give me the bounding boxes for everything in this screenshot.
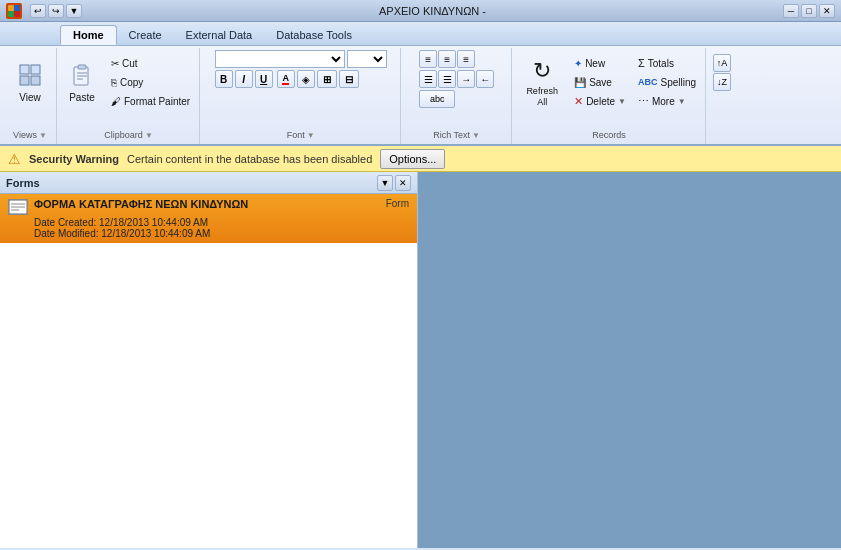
font-controls: B I U A ◈ ⊞ ⊟ bbox=[215, 50, 387, 88]
table-button[interactable]: ⊞ bbox=[317, 70, 337, 88]
nav-panel-title: Forms bbox=[6, 177, 40, 189]
more-dropdown-icon: ▼ bbox=[678, 97, 686, 106]
app-icon bbox=[6, 3, 22, 19]
window-title: ΑΡΧΕΙΟ ΚΙΝΔΥΝΩΝ - bbox=[379, 5, 486, 17]
view-icon bbox=[18, 63, 42, 90]
underline-button[interactable]: U bbox=[255, 70, 273, 88]
qa-dropdown[interactable]: ▼ bbox=[66, 4, 82, 18]
svg-rect-9 bbox=[78, 65, 86, 69]
security-warning-title: Security Warning bbox=[29, 153, 119, 165]
security-options-button[interactable]: Options... bbox=[380, 149, 445, 169]
nav-form-item[interactable]: ΦΟΡΜΑ ΚΑΤΑΓΡΑΦΗΣ ΝΕΩΝ ΚΙΝΔΥΝΩΝ Form Date… bbox=[0, 194, 417, 243]
svg-rect-2 bbox=[8, 11, 14, 17]
abc-button[interactable]: abc bbox=[419, 90, 455, 108]
views-expand-icon[interactable]: ▼ bbox=[39, 131, 47, 140]
svg-rect-6 bbox=[20, 76, 29, 85]
ribbon-group-font: B I U A ◈ ⊞ ⊟ Font ▼ bbox=[201, 48, 401, 144]
refresh-all-button[interactable]: ↻ RefreshAll bbox=[517, 50, 567, 116]
paste-button[interactable]: Paste bbox=[62, 50, 102, 116]
outdent-button[interactable]: ← bbox=[476, 70, 494, 88]
nav-dropdown-button[interactable]: ▼ bbox=[377, 175, 393, 191]
cut-button[interactable]: ✂ Cut bbox=[106, 54, 195, 72]
form-item-dates: Date Created: 12/18/2013 10:44:09 AM Dat… bbox=[8, 217, 409, 239]
new-record-icon: ✦ bbox=[574, 58, 582, 69]
views-group-label: Views ▼ bbox=[13, 130, 47, 142]
svg-rect-4 bbox=[20, 65, 29, 74]
refresh-label: RefreshAll bbox=[526, 86, 558, 108]
more-button[interactable]: ⋯ More ▼ bbox=[633, 92, 701, 110]
bullets-button[interactable]: ☰ bbox=[419, 70, 437, 88]
refresh-icon: ↻ bbox=[533, 58, 551, 84]
title-bar-left: ↩ ↪ ▼ bbox=[6, 3, 82, 19]
nav-panel-header: Forms ▼ ✕ bbox=[0, 172, 417, 194]
sort-asc-button[interactable]: ↑A bbox=[713, 54, 731, 72]
tab-database-tools[interactable]: Database Tools bbox=[264, 25, 364, 45]
numbering-button[interactable]: ☰ bbox=[438, 70, 456, 88]
nav-item-header: ΦΟΡΜΑ ΚΑΤΑΓΡΑΦΗΣ ΝΕΩΝ ΚΙΝΔΥΝΩΝ Form bbox=[8, 198, 409, 215]
content-area bbox=[418, 172, 841, 548]
form-item-name: ΦΟΡΜΑ ΚΑΤΑΓΡΑΦΗΣ ΝΕΩΝ ΚΙΝΔΥΝΩΝ bbox=[34, 198, 380, 210]
paragraph-controls: ≡ ≡ ≡ ☰ ☰ → ← abc bbox=[419, 50, 494, 108]
minimize-button[interactable]: ─ bbox=[783, 4, 799, 18]
font-family-select[interactable] bbox=[215, 50, 345, 68]
clipboard-small-buttons: ✂ Cut ⎘ Copy 🖌 Format Painter bbox=[106, 50, 195, 110]
align-right-button[interactable]: ≡ bbox=[457, 50, 475, 68]
security-warning-message: Certain content in the database has been… bbox=[127, 153, 372, 165]
font-group-label: Font ▼ bbox=[287, 130, 315, 142]
font-expand-icon[interactable]: ▼ bbox=[307, 131, 315, 140]
records-small-buttons: ✦ New 💾 Save ✕ Delete ▼ bbox=[569, 50, 631, 110]
new-record-button[interactable]: ✦ New bbox=[569, 54, 631, 72]
tab-home[interactable]: Home bbox=[60, 25, 117, 45]
bold-button[interactable]: B bbox=[215, 70, 233, 88]
clipboard-group-label: Clipboard ▼ bbox=[104, 130, 152, 142]
rich-text-expand-icon[interactable]: ▼ bbox=[472, 131, 480, 140]
nav-close-button[interactable]: ✕ bbox=[395, 175, 411, 191]
sort-desc-button[interactable]: ↓Z bbox=[713, 73, 731, 91]
view-button[interactable]: View bbox=[8, 50, 52, 116]
form-date-modified: Date Modified: 12/18/2013 10:44:09 AM bbox=[34, 228, 409, 239]
font-size-select[interactable] bbox=[347, 50, 387, 68]
main-area: Forms ▼ ✕ ΦΟΡΜΑ ΚΑΤΑΓΡΑΦΗΣ ΝΕΩΝ ΚΙΝΔΥΝΩΝ bbox=[0, 172, 841, 548]
indent-button[interactable]: → bbox=[457, 70, 475, 88]
totals-button[interactable]: Σ Totals bbox=[633, 54, 701, 72]
sort-buttons: ↑A ↓Z bbox=[713, 50, 731, 91]
clipboard-expand-icon[interactable]: ▼ bbox=[145, 131, 153, 140]
svg-rect-1 bbox=[14, 5, 20, 11]
delete-record-button[interactable]: ✕ Delete ▼ bbox=[569, 92, 631, 110]
security-warning-bar: ⚠ Security Warning Certain content in th… bbox=[0, 146, 841, 172]
ribbon: View Views ▼ Paste bbox=[0, 46, 841, 146]
delete-dropdown-icon: ▼ bbox=[618, 97, 626, 106]
save-record-button[interactable]: 💾 Save bbox=[569, 73, 631, 91]
ribbon-group-rich-text: ≡ ≡ ≡ ☰ ☰ → ← abc Rich Text ▼ bbox=[402, 48, 512, 144]
copy-button[interactable]: ⎘ Copy bbox=[106, 73, 195, 91]
format-painter-button[interactable]: 🖌 Format Painter bbox=[106, 92, 195, 110]
ribbon-group-records: ↻ RefreshAll ✦ New 💾 Save ✕ Delete ▼ bbox=[513, 48, 706, 144]
italic-button[interactable]: I bbox=[235, 70, 253, 88]
align-left-button[interactable]: ≡ bbox=[419, 50, 437, 68]
tab-external-data[interactable]: External Data bbox=[174, 25, 265, 45]
highlight-icon: ◈ bbox=[302, 74, 310, 85]
delete-icon: ✕ bbox=[574, 95, 583, 108]
totals-buttons: Σ Totals ABC Spelling ⋯ More ▼ bbox=[633, 50, 701, 110]
paste-icon bbox=[71, 63, 93, 90]
tab-create[interactable]: Create bbox=[117, 25, 174, 45]
align-center-button[interactable]: ≡ bbox=[438, 50, 456, 68]
svg-rect-3 bbox=[14, 11, 20, 17]
undo-button[interactable]: ↩ bbox=[30, 4, 46, 18]
title-bar: ↩ ↪ ▼ ΑΡΧΕΙΟ ΚΙΝΔΥΝΩΝ - ─ □ ✕ bbox=[0, 0, 841, 22]
totals-icon: Σ bbox=[638, 57, 645, 69]
svg-rect-7 bbox=[31, 76, 40, 85]
svg-rect-0 bbox=[8, 5, 14, 11]
maximize-button[interactable]: □ bbox=[801, 4, 817, 18]
highlight-button[interactable]: ◈ bbox=[297, 70, 315, 88]
ribbon-group-clipboard: Paste ✂ Cut ⎘ Copy 🖌 Format Painter Clip… bbox=[58, 48, 200, 144]
close-button[interactable]: ✕ bbox=[819, 4, 835, 18]
form-item-icon bbox=[8, 199, 28, 215]
redo-button[interactable]: ↪ bbox=[48, 4, 64, 18]
security-shield-icon: ⚠ bbox=[8, 151, 21, 167]
font-color-button[interactable]: A bbox=[277, 70, 295, 88]
spelling-icon: ABC bbox=[638, 77, 658, 87]
spelling-button[interactable]: ABC Spelling bbox=[633, 73, 701, 91]
border-button[interactable]: ⊟ bbox=[339, 70, 359, 88]
ribbon-group-sort: ↑A ↓Z bbox=[707, 48, 737, 144]
